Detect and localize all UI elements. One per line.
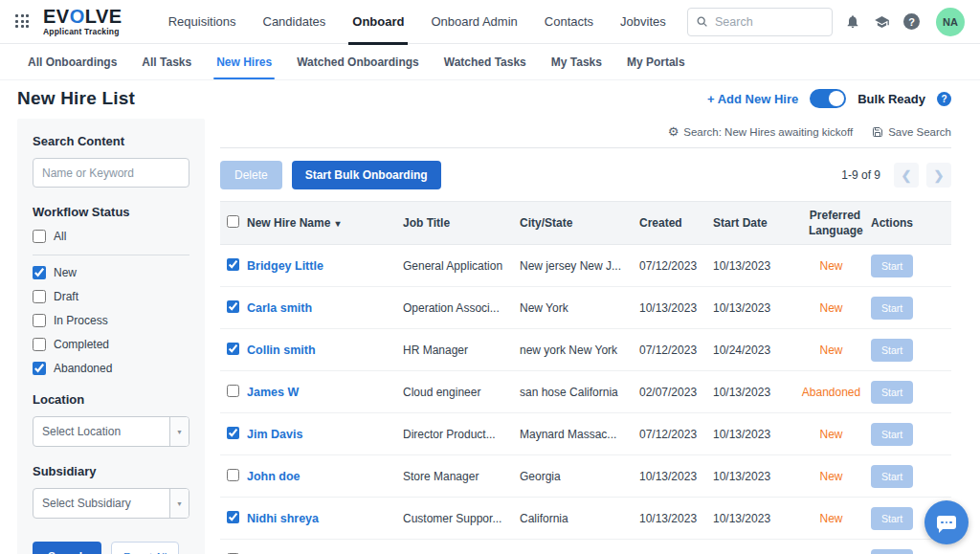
tab-all-tasks[interactable]: All Tasks: [131, 44, 202, 79]
nav-item-onboard[interactable]: Onboard: [339, 0, 417, 44]
new-hire-name-link[interactable]: Nidhi shreya: [247, 512, 403, 525]
nav-item-candidates[interactable]: Candidates: [250, 0, 340, 44]
next-page-button[interactable]: ❯: [926, 163, 951, 188]
status-checkbox-completed[interactable]: [33, 338, 46, 351]
job-title-cell: Store Manager: [403, 470, 520, 483]
delete-button[interactable]: Delete: [220, 161, 282, 189]
created-cell: 10/13/2023: [639, 301, 713, 315]
new-hire-name-link[interactable]: Jim Davis: [247, 428, 403, 441]
actions-cell: Start: [871, 339, 951, 362]
nav-item-requisitions[interactable]: Requisitions: [155, 0, 250, 44]
evolve-logo[interactable]: EVOLVE Applicant Tracking: [43, 7, 122, 36]
new-hire-name-link[interactable]: Carla smith: [247, 301, 403, 315]
start-button[interactable]: Start: [871, 297, 913, 320]
start-button[interactable]: Start: [871, 339, 913, 362]
current-saved-search[interactable]: ⚙ Search: New Hires awaiting kickoff: [668, 124, 854, 139]
apps-grid-icon[interactable]: [15, 14, 30, 29]
nav-item-onboard-admin[interactable]: Onboard Admin: [417, 0, 530, 44]
bulk-ready-help-icon[interactable]: ?: [937, 92, 951, 106]
start-button[interactable]: Start: [871, 381, 913, 404]
new-hire-name-link[interactable]: James W: [247, 386, 403, 399]
start-button[interactable]: Start: [871, 507, 913, 530]
subsidiary-select[interactable]: Select Subsidiary ▼: [33, 488, 189, 519]
column-new-hire-name[interactable]: New Hire Name ▾: [247, 211, 403, 235]
status-filter-in-process[interactable]: In Process: [33, 314, 189, 327]
status-checkbox-all[interactable]: [33, 230, 46, 243]
status-filter-completed[interactable]: Completed: [33, 338, 189, 351]
column-label: New Hire Name: [247, 216, 330, 230]
academy-graduation-cap-icon[interactable]: [873, 14, 891, 30]
row-checkbox[interactable]: [227, 511, 239, 523]
preferred-language-cell: New: [799, 470, 871, 483]
created-cell: 10/13/2023: [639, 512, 713, 525]
new-hire-name-link[interactable]: Collin smith: [247, 343, 403, 357]
status-filter-draft[interactable]: Draft: [33, 290, 189, 303]
row-select-cell: [220, 299, 247, 317]
row-checkbox[interactable]: [227, 427, 239, 439]
preferred-language-cell: New: [799, 343, 871, 357]
tab-my-tasks[interactable]: My Tasks: [541, 44, 612, 79]
global-search-input[interactable]: [715, 15, 824, 29]
tab-watched-onboardings[interactable]: Watched Onboardings: [286, 44, 430, 79]
add-new-hire-button[interactable]: + Add New Hire: [707, 92, 798, 106]
status-checkbox-new[interactable]: [33, 266, 46, 279]
city-state-cell: California: [520, 512, 639, 525]
column-preferred-language: Preferred Language: [799, 204, 871, 242]
save-search-button[interactable]: Save Search: [872, 126, 951, 138]
tab-my-portals[interactable]: My Portals: [616, 44, 696, 79]
start-button[interactable]: Start: [871, 549, 913, 554]
created-cell: 07/12/2023: [639, 343, 713, 357]
location-select[interactable]: Select Location ▼: [33, 416, 189, 447]
reset-all-button[interactable]: Reset All: [111, 542, 179, 554]
row-checkbox[interactable]: [227, 469, 239, 481]
status-checkbox-draft[interactable]: [33, 290, 46, 303]
row-checkbox[interactable]: [227, 385, 239, 397]
status-filter-new[interactable]: New: [33, 266, 189, 279]
nav-item-jobvites[interactable]: Jobvites: [607, 0, 679, 44]
row-checkbox[interactable]: [227, 343, 239, 355]
saved-search-row: ⚙ Search: New Hires awaiting kickoff Sav…: [220, 119, 951, 148]
help-icon[interactable]: ?: [903, 13, 920, 30]
location-heading: Location: [33, 392, 189, 407]
tab-all-onboardings[interactable]: All Onboardings: [17, 44, 127, 79]
start-date-cell: 10/13/2023: [713, 301, 799, 315]
job-title-cell: General Application: [403, 259, 520, 273]
user-avatar[interactable]: NA: [936, 8, 965, 36]
status-label: Draft: [54, 290, 78, 303]
job-title-cell: Director Product...: [403, 428, 520, 441]
job-title-cell: HR Manager: [403, 343, 520, 357]
status-checkbox-in-process[interactable]: [33, 314, 46, 327]
chat-fab-button[interactable]: [924, 500, 969, 544]
keyword-search-input[interactable]: [33, 158, 189, 188]
start-bulk-onboarding-button[interactable]: Start Bulk Onboarding: [292, 161, 441, 189]
prev-page-button[interactable]: ❮: [894, 163, 919, 188]
start-button[interactable]: Start: [871, 423, 913, 446]
row-select-cell: [220, 342, 247, 359]
search-content-heading: Search Content: [33, 134, 189, 148]
table-row: Jim Davis Director Product... Maynard Ma…: [220, 413, 951, 455]
tab-new-hires[interactable]: New Hires: [206, 44, 282, 79]
onboard-tabbar: All Onboardings All Tasks New Hires Watc…: [0, 44, 980, 80]
start-button[interactable]: Start: [871, 465, 913, 488]
search-button[interactable]: Search: [33, 542, 101, 554]
select-all-checkbox[interactable]: [227, 215, 239, 228]
status-filter-all[interactable]: All: [33, 230, 189, 243]
start-button[interactable]: Start: [871, 255, 913, 277]
actions-cell: Start: [871, 297, 951, 320]
column-actions: Actions: [871, 211, 951, 235]
tab-watched-tasks[interactable]: Watched Tasks: [434, 44, 537, 79]
column-created: Created: [639, 211, 713, 235]
row-select-cell: [220, 257, 247, 275]
nav-item-contacts[interactable]: Contacts: [531, 0, 607, 44]
row-checkbox[interactable]: [227, 258, 239, 271]
new-hire-name-link[interactable]: John doe: [247, 470, 403, 483]
status-checkbox-abandoned[interactable]: [33, 362, 46, 375]
page-body: Search Content Workflow Status All New D…: [0, 115, 980, 554]
row-checkbox[interactable]: [227, 300, 239, 313]
status-filter-abandoned[interactable]: Abandoned: [33, 362, 189, 375]
workflow-status-heading: Workflow Status: [33, 205, 189, 219]
new-hire-name-link[interactable]: Bridgey Little: [247, 259, 403, 273]
notifications-bell-icon[interactable]: [845, 13, 860, 30]
bulk-ready-toggle[interactable]: [810, 89, 846, 108]
column-start-date: Start Date: [713, 211, 799, 235]
